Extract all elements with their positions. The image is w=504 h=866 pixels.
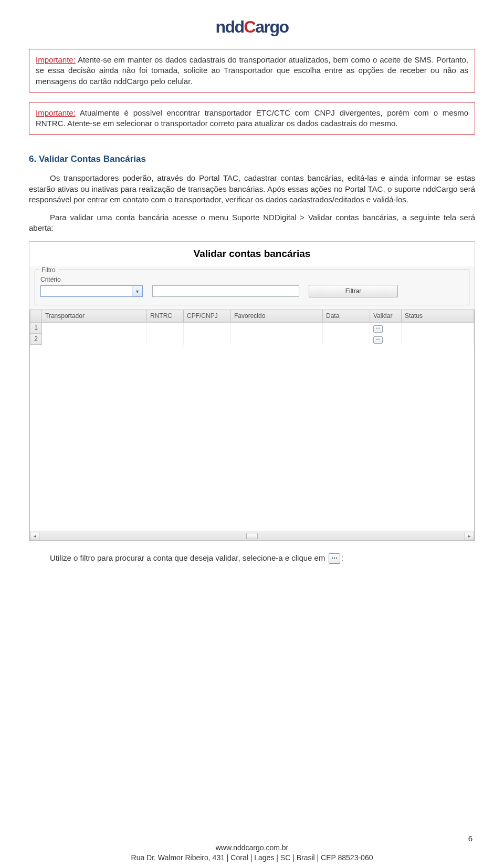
results-table-wrap: Transportador RNTRC CPF/CNPJ Favorecido … [29, 310, 475, 541]
footer-address: Rua Dr. Walmor Ribeiro, 431 | Coral | La… [0, 853, 504, 863]
scroll-right-icon[interactable]: ▸ [465, 532, 474, 540]
important-text-1: Atente-se em manter os dados cadastrais … [36, 55, 468, 86]
criterio-input[interactable] [152, 285, 299, 297]
scroll-thumb[interactable] [246, 533, 258, 539]
col-cpfcnpj[interactable]: CPF/CNPJ [184, 310, 231, 322]
ellipsis-icon[interactable]: ⋯ [329, 553, 340, 564]
validar-row-button[interactable]: ⋯ [373, 325, 383, 333]
important-box-1: Importante: Atente-se em manter os dados… [29, 49, 475, 92]
important-text-2: Atualmente é possível encontrar transpor… [36, 108, 468, 128]
horizontal-scrollbar[interactable]: ◂ ▸ [30, 531, 474, 540]
app-title: Validar contas bancárias [29, 242, 475, 267]
page-header: nddCargo [29, 16, 475, 38]
col-data[interactable]: Data [323, 310, 370, 322]
page-footer: www.nddcargo.com.br Rua Dr. Walmor Ribei… [0, 843, 504, 863]
section-heading: 6. Validar Contas Bancárias [29, 153, 475, 166]
results-table: Transportador RNTRC CPF/CNPJ Favorecido … [30, 310, 474, 345]
col-transportador[interactable]: Transportador [42, 310, 147, 322]
important-label: Importante: [36, 108, 76, 117]
important-label: Importante: [36, 55, 76, 64]
col-status[interactable]: Status [402, 310, 474, 322]
filtro-fieldset: Filtro Critério ▾ Filtrar [35, 270, 469, 305]
footer-url: www.nddcargo.com.br [0, 843, 504, 853]
chevron-down-icon[interactable]: ▾ [132, 286, 142, 296]
logo-part-c: C [244, 17, 256, 36]
scroll-left-icon[interactable]: ◂ [30, 532, 39, 540]
logo-part-argo: argo [255, 17, 288, 36]
criterio-label: Critério [40, 275, 464, 284]
paragraph-2: Para validar uma conta bancária acesse o… [29, 212, 475, 234]
logo-nddcargo: nddCargo [215, 16, 288, 38]
filtrar-button[interactable]: Filtrar [309, 285, 398, 297]
logo-part-ndd: ndd [215, 17, 244, 36]
validar-contas-app: Validar contas bancárias Filtro Critério… [29, 241, 475, 542]
row-num: 2 [30, 334, 42, 345]
table-row[interactable]: 1 ⋯ [30, 322, 474, 334]
validar-row-button[interactable]: ⋯ [373, 336, 383, 344]
table-row[interactable]: 2 ⋯ [30, 334, 474, 345]
after-ui-text: Utilize o filtro para procurar a conta q… [50, 553, 475, 564]
filtro-legend: Filtro [39, 266, 58, 274]
col-favorecido[interactable]: Favorecido [231, 310, 323, 322]
col-validar[interactable]: Validar [370, 310, 402, 322]
paragraph-1: Os transportadores poderão, através do P… [29, 173, 475, 205]
important-box-2: Importante: Atualmente é possível encont… [29, 102, 475, 135]
col-rownum [30, 310, 42, 322]
page-number: 6 [468, 833, 472, 844]
criterio-select[interactable]: ▾ [40, 285, 143, 297]
row-num: 1 [30, 322, 42, 334]
col-rntrc[interactable]: RNTRC [147, 310, 184, 322]
